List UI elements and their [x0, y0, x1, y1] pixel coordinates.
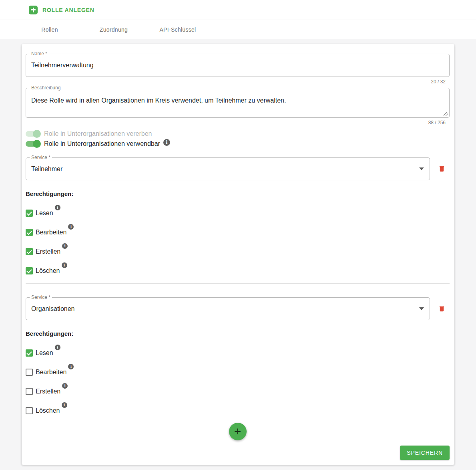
service-select-label: Service * [30, 155, 52, 160]
permission-checkbox[interactable] [26, 349, 33, 357]
switch-thumb [33, 130, 41, 138]
switch-thumb [33, 140, 41, 148]
permission-label: Erstellen [36, 388, 60, 395]
description-field-label: Beschreibung [30, 85, 62, 91]
permission-row: Löschen [26, 407, 450, 415]
inherit-role-switch[interactable] [26, 130, 41, 138]
description-counter: 88 / 256 [26, 120, 446, 125]
permission-checkbox[interactable] [26, 210, 33, 217]
info-icon[interactable] [62, 402, 67, 408]
toggle-row-usable: Rolle in Unterorganisationen verwendbar [26, 139, 450, 149]
permission-checkbox[interactable] [26, 267, 33, 274]
permission-row: Bearbeiten [26, 368, 450, 376]
permission-checkbox[interactable] [26, 248, 33, 255]
info-icon[interactable] [55, 345, 60, 350]
save-button[interactable]: SPEICHERN [400, 446, 450, 460]
name-counter: 20 / 32 [26, 79, 446, 84]
permission-checkbox[interactable] [26, 229, 33, 236]
dropdown-arrow-icon [419, 307, 424, 310]
permission-row: Lesen [26, 349, 450, 357]
permission-label: Lesen [36, 210, 53, 217]
permission-label: Bearbeiten [36, 369, 66, 376]
permissions-title: Berechtigungen: [26, 330, 450, 337]
info-icon[interactable] [163, 139, 170, 146]
permission-label: Erstellen [36, 248, 60, 255]
inherit-role-label: Rolle in Unterorganisationen vererben [44, 130, 152, 137]
permission-row: Erstellen [26, 248, 450, 256]
role-form-card: Name * 20 / 32 Beschreibung Diese Rolle … [22, 44, 454, 465]
trash-icon [438, 164, 446, 173]
delete-service-button[interactable] [438, 164, 446, 174]
info-icon[interactable] [68, 224, 74, 230]
permission-label: Lesen [36, 349, 53, 357]
service-group-1: Service * Teilnehmer Berechtigungen: Les… [26, 157, 450, 275]
group-divider [26, 283, 450, 284]
name-input[interactable] [26, 54, 449, 77]
dropdown-arrow-icon [419, 167, 424, 170]
resize-handle-icon[interactable] [444, 112, 448, 116]
permission-checkbox[interactable] [26, 388, 33, 395]
plus-icon [29, 6, 38, 14]
create-role-button[interactable]: ROLLE ANLEGEN [29, 6, 94, 14]
add-service-fab[interactable]: + [229, 423, 247, 440]
usable-role-switch[interactable] [26, 140, 41, 148]
service-group-2: Service * Organisationen Berechtigungen:… [26, 297, 450, 415]
info-icon[interactable] [68, 364, 74, 369]
tab-api-schluessel[interactable]: API-Schlüssel [146, 20, 210, 39]
permission-row: Erstellen [26, 387, 450, 395]
trash-icon [438, 304, 446, 313]
description-textarea[interactable]: Diese Rolle wird in allen Organisationen… [26, 88, 449, 117]
permission-checkbox[interactable] [26, 407, 33, 414]
usable-role-label: Rolle in Unterorganisationen verwendbar [44, 140, 160, 147]
info-icon[interactable] [62, 262, 67, 268]
permission-row: Lesen [26, 209, 450, 217]
permissions-title: Berechtigungen: [26, 190, 450, 197]
service-select-label: Service * [30, 295, 52, 300]
name-field-label: Name * [30, 51, 49, 56]
tab-zuordnung[interactable]: Zuordnung [82, 20, 146, 39]
info-icon[interactable] [62, 243, 68, 249]
permission-label: Bearbeiten [36, 229, 66, 236]
tab-bar: Rollen Zuordnung API-Schlüssel [0, 20, 476, 39]
permission-row: Bearbeiten [26, 228, 450, 236]
content-area: Name * 20 / 32 Beschreibung Diese Rolle … [0, 39, 476, 470]
description-field: Beschreibung Diese Rolle wird in allen O… [26, 88, 450, 118]
info-icon[interactable] [55, 205, 60, 210]
info-icon[interactable] [62, 383, 68, 389]
name-field: Name * [26, 54, 450, 77]
service-select[interactable]: Service * Organisationen [26, 297, 430, 320]
toolbar: ROLLE ANLEGEN [0, 0, 476, 20]
permission-label: Löschen [36, 407, 60, 414]
delete-service-button[interactable] [438, 304, 446, 314]
create-role-label: ROLLE ANLEGEN [42, 7, 94, 13]
service-select-value: Organisationen [26, 305, 75, 313]
permission-row: Löschen [26, 267, 450, 275]
toggle-row-inherit: Rolle in Unterorganisationen vererben [26, 129, 450, 139]
permission-label: Löschen [36, 267, 60, 274]
service-select-value: Teilnehmer [26, 165, 62, 173]
plus-icon: + [234, 425, 241, 438]
service-select[interactable]: Service * Teilnehmer [26, 157, 430, 180]
permission-checkbox[interactable] [26, 369, 33, 376]
tab-rollen[interactable]: Rollen [18, 20, 82, 39]
